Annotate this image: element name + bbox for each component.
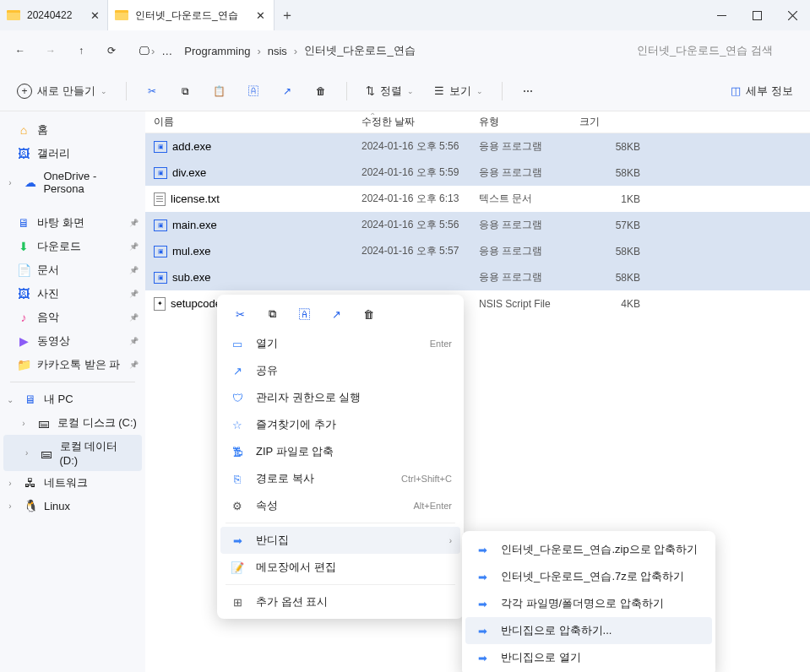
sub-open-with[interactable]: ➡반디집으로 열기 <box>465 644 712 671</box>
cut-button[interactable]: ✂ <box>139 78 166 105</box>
breadcrumb[interactable]: 🖵 › … Programming › nsis › 인터넷_다운로드_연습 <box>139 40 627 62</box>
drive-icon: 🖴 <box>37 416 51 430</box>
pictures-label: 사진 <box>37 286 59 301</box>
sidebar-drive-c[interactable]: ›🖴로컬 디스크 (C:) <box>0 411 145 435</box>
ctx-bandizip[interactable]: ➡반디집› <box>220 527 460 554</box>
chevron-right-icon[interactable]: › <box>3 178 17 187</box>
close-button[interactable] <box>775 0 810 30</box>
ctx-rename[interactable]: 🇦 <box>290 301 318 327</box>
back-button[interactable]: ← <box>7 37 34 64</box>
new-button[interactable]: + 새로 만들기 ⌄ <box>10 78 114 105</box>
sub-compress-7z[interactable]: ➡인터넷_다운로드_연습.7z로 압축하기 <box>465 563 712 590</box>
file-row[interactable]: license.txt2024-01-16 오후 6:13텍스트 문서1KB <box>145 186 810 212</box>
up-button[interactable]: ↑ <box>68 37 95 64</box>
chevron-right-icon[interactable]: › <box>17 419 30 428</box>
delete-button[interactable]: 🗑 <box>307 78 334 105</box>
file-row[interactable]: ▣sub.exe응용 프로그램58KB <box>145 264 810 290</box>
column-grip[interactable]: ⌃ <box>369 111 378 121</box>
ctx-share-btn[interactable]: ↗ <box>322 301 351 327</box>
sidebar-network[interactable]: ›🖧네트워크 <box>0 471 145 495</box>
sidebar-music[interactable]: ♪음악 <box>0 306 145 329</box>
maximize-button[interactable] <box>739 0 775 30</box>
sidebar-videos[interactable]: ▶동영상 <box>0 329 145 353</box>
ctx-notepad[interactable]: 📝메모장에서 편집 <box>220 554 460 581</box>
tab-2[interactable]: 인터넷_다운로드_연습 ✕ <box>108 0 274 30</box>
ctx-copy-path[interactable]: ⎘경로로 복사Ctrl+Shift+C <box>220 465 460 492</box>
tab-2-close[interactable]: ✕ <box>255 9 267 21</box>
refresh-button[interactable]: ⟳ <box>98 37 125 64</box>
crumb-nsis[interactable]: nsis <box>263 41 292 61</box>
ctx-favorite[interactable]: ☆즐겨찾기에 추가 <box>220 411 460 438</box>
ctx-zip[interactable]: 🗜ZIP 파일로 압축 <box>220 438 460 465</box>
file-row[interactable]: ▣add.exe2024-01-16 오후 5:56응용 프로그램58KB <box>145 133 810 160</box>
file-name: setupcode <box>171 297 221 310</box>
crumb-current[interactable]: 인터넷_다운로드_연습 <box>299 40 420 62</box>
pane-icon: ◫ <box>731 84 741 97</box>
sidebar-drive-d[interactable]: ›🖴로컬 데이터 (D:) <box>3 435 142 471</box>
file-name-cell: license.txt <box>145 192 362 206</box>
sidebar-kakao[interactable]: 📁카카오톡 받은 파 <box>0 353 145 377</box>
sidebar-linux[interactable]: ›🐧Linux <box>0 495 145 517</box>
more-button[interactable]: ⋯ <box>514 78 541 105</box>
view-button[interactable]: ☰ 보기 ⌄ <box>427 78 490 105</box>
path-icon: ⎘ <box>229 473 246 485</box>
sidebar-downloads[interactable]: ⬇다운로드 <box>0 235 145 258</box>
ctx-admin[interactable]: 🛡관리자 권한으로 실행 <box>220 384 460 411</box>
file-row[interactable]: ▣main.exe2024-01-16 오후 5:56응용 프로그램57KB <box>145 212 810 238</box>
tab-1[interactable]: 20240422 ✕ <box>0 0 108 30</box>
sidebar-pictures[interactable]: 🖼사진 <box>0 282 145 306</box>
pictures-icon: 🖼 <box>17 287 30 301</box>
details-pane-button[interactable]: ◫ 세부 정보 <box>724 78 800 105</box>
crumb-dots[interactable]: … <box>156 41 177 61</box>
file-row[interactable]: ▣mul.exe2024-01-16 오후 5:57응용 프로그램58KB <box>145 238 810 264</box>
more-icon: ⊞ <box>229 596 246 609</box>
ctx-properties[interactable]: ⚙속성Alt+Enter <box>220 492 460 519</box>
chevron-down-icon[interactable]: ⌄ <box>3 395 17 404</box>
sidebar-onedrive[interactable]: ›☁OneDrive - Persona <box>0 165 145 199</box>
file-size: 1KB <box>579 193 647 205</box>
file-date: 2024-01-16 오후 5:59 <box>362 165 479 180</box>
file-type: 응용 프로그램 <box>479 244 579 258</box>
file-name: sub.exe <box>172 271 211 284</box>
sub-compress-with[interactable]: ➡반디집으로 압축하기... <box>465 617 712 644</box>
sort-icon: ⇅ <box>366 84 375 97</box>
ctx-open[interactable]: ▭열기Enter <box>220 330 460 357</box>
chevron-right-icon[interactable]: › <box>3 501 17 511</box>
drive-d-label: 로컬 데이터 (D:) <box>60 439 136 467</box>
sidebar-home[interactable]: ⌂홈 <box>0 118 145 142</box>
monitor-icon: 🖵 <box>139 45 149 57</box>
col-name[interactable]: 이름 <box>145 115 362 129</box>
sidebar-documents[interactable]: 📄문서 <box>0 258 145 282</box>
file-row[interactable]: ▣div.exe2024-01-16 오후 5:59응용 프로그램58KB <box>145 160 810 186</box>
col-size[interactable]: 크기 <box>579 115 647 129</box>
chevron-right-icon[interactable]: › <box>20 448 33 458</box>
ctx-delete[interactable]: 🗑 <box>354 301 383 327</box>
tab-1-close[interactable]: ✕ <box>89 9 101 21</box>
search-input[interactable]: 인터넷_다운로드_연습 검색 <box>630 38 803 63</box>
col-type[interactable]: 유형 <box>479 115 579 129</box>
rename-button[interactable]: 🇦 <box>240 78 267 105</box>
sidebar-gallery[interactable]: 🖼갤러리 <box>0 142 145 165</box>
chevron-right-icon[interactable]: › <box>3 479 17 488</box>
forward-button[interactable]: → <box>37 37 64 64</box>
crumb-programming[interactable]: Programming <box>179 41 255 61</box>
sidebar-desktop[interactable]: 🖥바탕 화면 <box>0 211 145 235</box>
share-button[interactable]: ↗ <box>274 78 301 105</box>
sub-compress-zip[interactable]: ➡인터넷_다운로드_연습.zip으로 압축하기 <box>465 536 712 563</box>
minimize-button[interactable] <box>704 0 739 30</box>
sidebar-thispc[interactable]: ⌄🖥내 PC <box>0 387 145 411</box>
linux-icon: 🐧 <box>24 499 37 512</box>
file-size: 57KB <box>579 219 647 231</box>
paste-button[interactable]: 📋 <box>206 78 233 105</box>
chevron-down-icon: ⌄ <box>476 87 483 95</box>
open-icon: ▭ <box>229 338 246 350</box>
ctx-copy[interactable]: ⧉ <box>258 301 286 327</box>
new-tab-button[interactable]: ＋ <box>275 0 300 30</box>
sub-compress-each[interactable]: ➡각각 파일명/폴더명으로 압축하기 <box>465 590 712 617</box>
copy-button[interactable]: ⧉ <box>172 78 199 105</box>
ctx-share[interactable]: ↗공유 <box>220 357 460 384</box>
ctx-more-options[interactable]: ⊞추가 옵션 표시 <box>220 588 460 615</box>
ctx-cut[interactable]: ✂ <box>226 301 254 327</box>
col-date[interactable]: 수정한 날짜 <box>362 115 479 129</box>
sort-button[interactable]: ⇅ 정렬 ⌄ <box>359 78 421 105</box>
